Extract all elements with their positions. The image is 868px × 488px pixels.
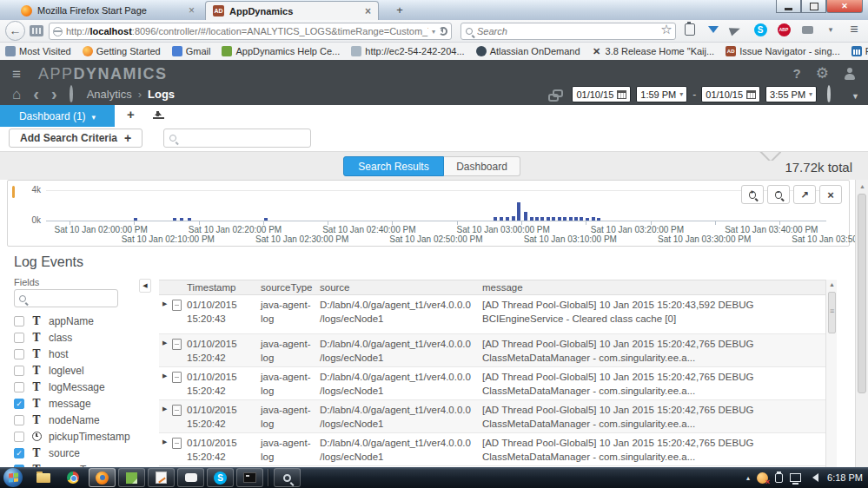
fields-search-box[interactable] (14, 289, 118, 307)
downloads-icon[interactable] (708, 26, 719, 38)
checkbox[interactable] (14, 349, 24, 359)
collapse-fields-button[interactable] (139, 279, 151, 293)
bookmarks-menu-icon[interactable] (685, 23, 695, 36)
restore-button[interactable] (801, 0, 826, 13)
send-icon[interactable] (728, 23, 745, 36)
refresh-icon[interactable] (827, 85, 831, 103)
url-dropdown-icon[interactable] (432, 28, 435, 36)
skype-icon[interactable] (754, 23, 767, 36)
checkbox[interactable] (14, 366, 24, 376)
bookmark-star-icon[interactable] (659, 23, 673, 36)
taskbar-messenger[interactable] (177, 468, 204, 487)
zoom-in-button[interactable]: + (741, 185, 764, 204)
field-row-logMessage[interactable]: logMessage (14, 379, 153, 395)
calendar-icon[interactable] (617, 90, 626, 99)
chevron-down-icon[interactable] (851, 87, 859, 102)
checkbox[interactable] (14, 382, 24, 392)
end-date-field[interactable]: 01/10/15 (701, 86, 760, 102)
chevron-down-icon[interactable] (824, 23, 838, 36)
forward-chevron-icon[interactable] (51, 84, 57, 104)
minimize-button[interactable] (776, 0, 801, 13)
start-button[interactable] (3, 468, 23, 487)
document-icon[interactable] (172, 339, 182, 350)
scroll-up-icon[interactable] (829, 281, 835, 287)
table-row[interactable]: 01/10/2015 15:20:43 java-agent-log D:/la… (159, 295, 825, 334)
app-menu-icon[interactable] (12, 66, 21, 83)
document-icon[interactable] (172, 405, 182, 416)
taskbar-clock[interactable]: 6:18 PM (827, 472, 863, 483)
tab-search-results[interactable]: Search Results (343, 156, 444, 176)
table-row[interactable]: 01/10/2015 15:20:42 java-agent-log D:/la… (159, 433, 825, 466)
field-row-class[interactable]: class (14, 329, 153, 346)
close-chart-button[interactable] (819, 185, 842, 204)
table-row[interactable]: 01/10/2015 15:20:42 java-agent-log D:/la… (159, 400, 825, 433)
checkbox[interactable] (14, 399, 24, 409)
power-plug-icon[interactable] (775, 473, 783, 483)
bookmark-gmail[interactable]: Gmail (172, 46, 211, 56)
home-icon[interactable] (12, 86, 21, 103)
expand-chart-button[interactable] (793, 185, 816, 204)
breadcrumb-section[interactable]: Analytics (87, 88, 132, 101)
table-row[interactable]: 01/10/2015 15:20:42 java-agent-log D:/la… (159, 367, 825, 400)
browser-search-input[interactable] (477, 26, 671, 36)
column-header-source[interactable]: source (320, 282, 482, 293)
add-dashboard-button[interactable] (127, 107, 135, 122)
collapse-chevron-icon[interactable] (759, 152, 781, 161)
close-window-button[interactable] (826, 0, 863, 13)
taskbar-cmd[interactable] (236, 468, 263, 487)
bookmark-release-home[interactable]: 3.8 Release Home "Kaij... (592, 46, 715, 56)
end-time-field[interactable]: 3:55 PM (765, 86, 817, 102)
field-row-pickupTimestamp[interactable]: pickupTimestamp (14, 428, 153, 445)
gear-icon[interactable] (816, 64, 829, 82)
new-tab-button[interactable] (389, 3, 410, 18)
scroll-up-icon[interactable] (859, 183, 865, 189)
user-icon[interactable] (844, 68, 856, 80)
refresh-icon[interactable] (70, 85, 73, 103)
start-time-field[interactable]: 1:59 PM (636, 86, 687, 102)
tab-dashboard[interactable]: Dashboard (444, 156, 520, 176)
tray-expand-icon[interactable] (746, 474, 750, 482)
bookmark-issue-navigator[interactable]: Issue Navigator - sing... (726, 46, 840, 56)
network-icon[interactable] (790, 473, 801, 482)
taskbar-notes[interactable] (118, 468, 145, 487)
scrollbar-thumb[interactable] (858, 194, 866, 393)
close-tab-icon[interactable] (189, 4, 195, 16)
checkbox[interactable] (14, 415, 24, 425)
url-text[interactable]: http://localhost:8096/controller/#/locat… (66, 26, 428, 36)
taskbar-search-tool[interactable] (274, 468, 301, 487)
column-header-sourcetype[interactable]: sourceType (261, 282, 320, 293)
bookmark-getting-started[interactable]: Getting Started (83, 46, 161, 56)
page-scrollbar[interactable] (855, 180, 868, 467)
field-row-host[interactable]: host (14, 346, 153, 362)
bookmark-appd-help[interactable]: AppDynamics Help Ce... (222, 46, 340, 56)
document-icon[interactable] (172, 438, 182, 449)
taskbar-skype[interactable] (207, 468, 234, 487)
menu-icon[interactable] (847, 23, 861, 36)
expand-row-icon[interactable] (162, 340, 167, 346)
table-row[interactable]: 01/10/2015 15:20:42 java-agent-log D:/la… (159, 334, 825, 367)
checkbox[interactable] (14, 448, 24, 458)
library-icon[interactable] (30, 25, 43, 36)
field-row-appName[interactable]: appName (14, 313, 153, 329)
checkbox[interactable] (14, 333, 24, 343)
criteria-search-box[interactable] (163, 129, 311, 148)
expand-row-icon[interactable] (162, 373, 167, 379)
field-row-source[interactable]: source (14, 445, 153, 461)
chart-bars[interactable] (46, 189, 826, 221)
field-row-message[interactable]: message (14, 395, 153, 412)
import-dashboard-icon[interactable] (153, 109, 164, 119)
taskbar-explorer[interactable] (30, 468, 56, 487)
tray-alert-icon[interactable] (757, 472, 768, 484)
taskbar-editor[interactable] (148, 468, 175, 487)
volume-icon[interactable] (808, 473, 818, 482)
addon-icon[interactable] (802, 26, 813, 34)
checkbox[interactable] (14, 432, 24, 442)
adblock-icon[interactable] (778, 23, 791, 36)
expand-row-icon[interactable] (162, 406, 167, 412)
column-header-timestamp[interactable]: Timestamp (187, 282, 261, 293)
expand-row-icon[interactable] (162, 439, 167, 445)
document-icon[interactable] (172, 372, 182, 383)
close-tab-icon[interactable] (365, 5, 371, 17)
browser-tab-start-page[interactable]: Mozilla Firefox Start Page (14, 1, 202, 20)
document-icon[interactable] (172, 300, 182, 311)
